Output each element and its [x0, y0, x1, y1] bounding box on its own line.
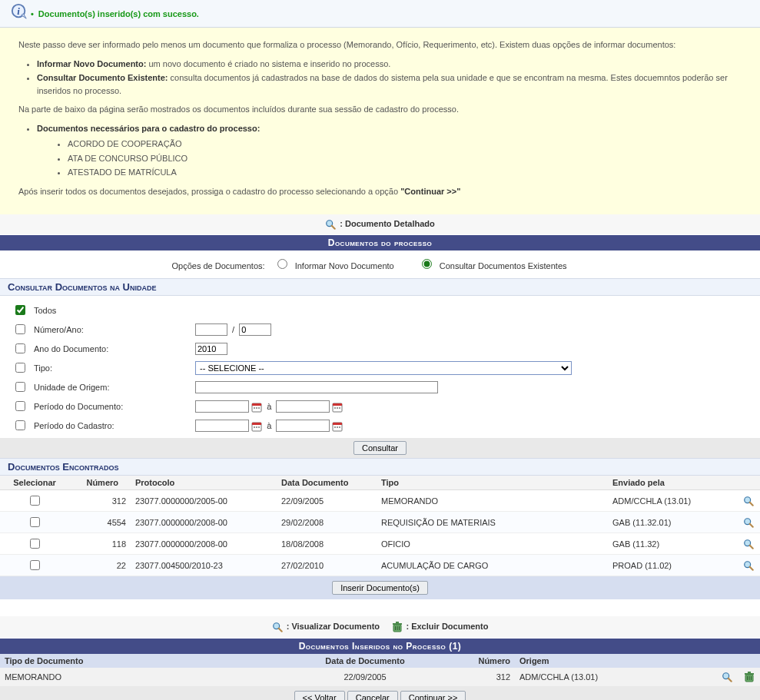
magnifier-icon[interactable] [722, 672, 732, 682]
table-row: 22 23077.004500/2010-23 27/02/2010 ACUMU… [0, 555, 760, 576]
options-row: Opções de Documentos: Informar Novo Docu… [0, 250, 760, 278]
row-select[interactable] [30, 539, 40, 549]
svg-rect-16 [254, 426, 255, 428]
table-row: 4554 23077.0000000/2008-00 29/02/2008 RE… [0, 512, 760, 533]
chk-unidade[interactable] [15, 382, 25, 392]
instr-intro: Neste passo deve ser informado pelo meno… [18, 38, 742, 51]
input-periodo-cad-to[interactable] [276, 420, 330, 432]
chk-tipo[interactable] [15, 363, 25, 373]
success-banner: i •Documento(s) inserido(s) com sucesso. [0, 0, 760, 28]
calendar-icon[interactable] [332, 421, 343, 432]
row-select[interactable] [30, 496, 40, 506]
magnifier-icon [325, 219, 336, 230]
row-select[interactable] [30, 517, 40, 527]
magnifier-icon [272, 622, 283, 632]
svg-rect-15 [252, 423, 261, 425]
magnifier-icon[interactable] [743, 496, 754, 506]
magnifier-icon[interactable] [743, 560, 754, 571]
input-periodo-doc-to[interactable] [276, 400, 330, 413]
svg-rect-10 [333, 403, 342, 406]
input-unidade[interactable] [195, 381, 438, 393]
radio-new-doc[interactable] [277, 259, 287, 269]
svg-rect-8 [258, 407, 260, 409]
svg-line-41 [728, 678, 732, 682]
chk-num-ano[interactable] [15, 324, 25, 334]
continuar-button[interactable]: Continuar >> [400, 691, 466, 700]
svg-rect-35 [393, 623, 402, 625]
nav-buttons: << Voltar Cancelar Continuar >> [0, 686, 760, 700]
svg-line-27 [750, 523, 753, 526]
svg-rect-11 [334, 407, 336, 409]
info-icon: i [11, 3, 28, 20]
input-ano[interactable] [239, 323, 271, 336]
band-documentos-processo: Documentos do processo [0, 234, 760, 250]
delete-icon[interactable] [743, 671, 755, 683]
svg-rect-5 [252, 403, 261, 406]
svg-text:i: i [17, 6, 20, 17]
magnifier-icon[interactable] [743, 517, 754, 528]
svg-rect-18 [258, 426, 260, 428]
input-num[interactable] [195, 323, 227, 336]
select-tipo[interactable]: -- SELECIONE -- [195, 361, 572, 375]
section-encontrados: Documentos Encontrados [0, 458, 760, 476]
svg-rect-21 [334, 426, 336, 428]
svg-line-25 [750, 502, 753, 505]
delete-icon [391, 621, 403, 633]
chk-ano-doc[interactable] [15, 343, 25, 353]
svg-rect-7 [256, 407, 257, 409]
svg-rect-20 [333, 423, 342, 425]
consultar-button[interactable]: Consultar [353, 441, 407, 455]
chk-todos[interactable] [15, 305, 25, 315]
svg-rect-22 [337, 426, 338, 428]
svg-line-33 [278, 629, 281, 632]
calendar-icon[interactable] [251, 421, 262, 432]
input-periodo-doc-from[interactable] [195, 400, 249, 413]
svg-rect-12 [337, 407, 338, 409]
inserir-button[interactable]: Inserir Documento(s) [332, 581, 428, 595]
legend-detail: : Documento Detalhado [0, 214, 760, 234]
input-ano-doc[interactable] [195, 343, 227, 355]
legend-row-2: : Visualizar Documento : Excluir Documen… [0, 616, 760, 638]
success-text: Documento(s) inserido(s) com sucesso. [38, 9, 199, 18]
svg-line-3 [332, 226, 335, 229]
results-table: Selecionar Número Protocolo Data Documen… [0, 476, 760, 576]
inserted-table: Tipo de Documento Data de Documento Núme… [0, 654, 760, 686]
svg-rect-44 [748, 672, 751, 673]
calendar-icon[interactable] [332, 402, 343, 413]
table-row: 312 23077.0000000/2005-00 22/09/2005 MEM… [0, 490, 760, 512]
section-consultar: Consultar Documentos na Unidade [0, 278, 760, 296]
cancelar-button[interactable]: Cancelar [347, 691, 398, 700]
instructions-box: Neste passo deve ser informado pelo meno… [0, 28, 760, 214]
radio-existing-doc[interactable] [422, 259, 432, 269]
svg-line-31 [750, 566, 753, 569]
table-row: 118 23077.0000000/2008-00 18/08/2008 OFI… [0, 533, 760, 555]
svg-rect-17 [256, 426, 257, 428]
svg-rect-13 [339, 407, 340, 409]
svg-line-29 [750, 545, 753, 548]
row-select[interactable] [30, 560, 40, 570]
search-filters: Todos Número/Ano: / Ano do Documento: Ti… [0, 296, 760, 435]
voltar-button[interactable]: << Voltar [294, 691, 345, 700]
chk-periodo-doc[interactable] [15, 401, 25, 411]
band-inseridos: Documentos Inseridos no Processo (1) [0, 638, 760, 654]
svg-rect-23 [339, 426, 340, 428]
calendar-icon[interactable] [251, 402, 262, 413]
table-row: MEMORANDO 22/09/2005 312 ADM/CCHLA (13.0… [0, 668, 760, 686]
input-periodo-cad-from[interactable] [195, 420, 249, 432]
svg-rect-6 [254, 407, 255, 409]
chk-periodo-cad[interactable] [15, 420, 25, 430]
magnifier-icon[interactable] [743, 539, 754, 549]
svg-rect-36 [396, 622, 399, 623]
svg-rect-43 [745, 673, 754, 675]
